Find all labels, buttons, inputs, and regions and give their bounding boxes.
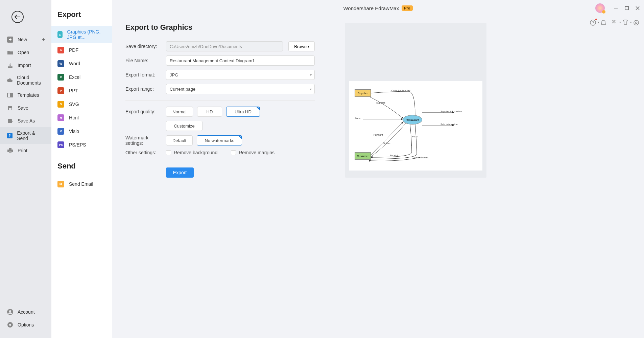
edge-label: Orders (383, 142, 390, 144)
nav-options[interactable]: Options (0, 318, 51, 331)
diagram-customer: Customer (355, 152, 371, 160)
nav-label: Options (18, 322, 34, 328)
quality-hd[interactable]: HD (197, 107, 222, 117)
format-svg[interactable]: S SVG (51, 97, 112, 111)
word-icon: W (57, 60, 64, 67)
format-word[interactable]: W Word (51, 57, 112, 70)
user-icon (7, 309, 14, 315)
settings-icon[interactable] (633, 20, 639, 26)
nav-new[interactable]: New + (0, 33, 51, 46)
svg-rect-7 (9, 151, 11, 153)
edge-label: Sale information (440, 123, 458, 126)
format-label: Visio (69, 129, 79, 134)
nav-import[interactable]: Import (0, 59, 51, 72)
tshirt-icon[interactable]: ▾ (622, 20, 628, 26)
format-label: PPT (69, 88, 78, 93)
edge-label: Order for Supplies (391, 89, 411, 92)
divider (125, 100, 315, 100)
quality-ultra[interactable]: Ultra HD (226, 107, 260, 117)
edge-label: Receipt (390, 154, 398, 157)
edge-label: Payment (374, 134, 383, 136)
svg-rect-3 (9, 108, 11, 110)
format-html[interactable]: H Html (51, 111, 112, 125)
format-send-email[interactable]: ✉ Send Email (51, 177, 112, 191)
nav-label: Templates (18, 92, 39, 98)
watermark-default[interactable]: Default (166, 135, 193, 145)
nav-save-as[interactable]: Save As (0, 114, 51, 127)
nav-label: Save (18, 105, 28, 111)
export-button[interactable]: Export (166, 167, 194, 178)
format-label: PDF (69, 47, 78, 53)
format-label: Excel (69, 74, 80, 80)
watermark-label: Watermark settings: (125, 135, 166, 146)
other-label: Other settings: (125, 150, 166, 155)
nav-cloud[interactable]: Cloud Documents (0, 72, 51, 89)
excel-icon: X (57, 74, 64, 81)
nav-label: Cloud Documents (17, 75, 45, 86)
add-icon[interactable]: + (42, 36, 45, 43)
format-excel[interactable]: X Excel (51, 70, 112, 84)
format-ppt[interactable]: P PPT (51, 84, 112, 97)
watermark-none[interactable]: No watermarks (197, 135, 242, 145)
bell-icon[interactable] (601, 20, 607, 26)
svg-text:?: ? (592, 21, 594, 25)
help-icon[interactable]: ?▾ (590, 20, 596, 26)
back-button[interactable] (11, 11, 24, 23)
export-section-title: Export (51, 7, 112, 26)
nav-account[interactable]: Account (0, 306, 51, 318)
checkbox-icon (166, 150, 171, 155)
avatar[interactable] (595, 3, 605, 13)
range-select[interactable]: Current page (166, 84, 315, 94)
close-icon[interactable] (635, 6, 640, 10)
nav-label: Open (18, 50, 29, 55)
svg-rect-12 (625, 6, 628, 10)
cloud-icon (7, 77, 13, 84)
keyboard-icon[interactable]: ⌘▾ (612, 20, 618, 26)
quality-customize[interactable]: Customize (166, 121, 202, 131)
format-select[interactable]: JPG (166, 70, 315, 80)
email-icon: ✉ (57, 181, 64, 187)
browse-button[interactable]: Browse (288, 41, 315, 51)
nav-print[interactable]: Print (0, 144, 51, 157)
format-pdf[interactable]: A PDF (51, 43, 112, 57)
format-graphics[interactable]: ▲ Graphics (PNG, JPG et... (51, 26, 112, 43)
pdf-icon: A (57, 47, 64, 53)
svg-point-11 (9, 324, 11, 326)
pro-badge: Pro (402, 5, 412, 11)
visio-icon: V (57, 128, 64, 135)
nav-save[interactable]: Save (0, 102, 51, 114)
format-visio[interactable]: V Visio (51, 125, 112, 138)
app-title: Wondershare EdrawMax (343, 5, 399, 11)
save-icon (7, 105, 14, 111)
edge-label: Menu (355, 117, 361, 119)
edge-label: Supplies information (440, 110, 462, 113)
quality-normal[interactable]: Normal (166, 107, 193, 117)
format-label: Export format: (125, 72, 166, 77)
format-ps[interactable]: Ps PS/EPS (51, 138, 112, 152)
edge-label: Food (412, 135, 418, 138)
range-label: Export range: (125, 86, 166, 92)
page-title: Export to Graphics (125, 23, 315, 32)
file-name-label: File Name: (125, 58, 166, 63)
save-dir-input[interactable] (166, 41, 283, 51)
gear-icon (7, 321, 14, 328)
maximize-icon[interactable] (624, 6, 629, 10)
nav-label: New (18, 37, 27, 42)
nav-label: Save As (18, 118, 35, 123)
ppt-icon: P (57, 87, 64, 94)
file-name-input[interactable] (166, 55, 315, 66)
ps-icon: Ps (57, 141, 64, 148)
nav-templates[interactable]: Templates (0, 89, 51, 102)
svg-rect-6 (9, 148, 11, 150)
templates-icon (7, 92, 14, 98)
html-icon: H (57, 114, 64, 121)
preview-panel: Supplier Restaurant Customer Order for S… (345, 23, 486, 178)
svg-icon: S (57, 101, 64, 108)
format-label: Html (69, 115, 79, 120)
remove-margins-checkbox[interactable]: Remove margins (231, 150, 275, 155)
minimize-icon[interactable] (614, 6, 618, 10)
nav-export-send[interactable]: Export & Send (0, 127, 51, 144)
svg-point-16 (634, 20, 639, 25)
nav-open[interactable]: Open (0, 46, 51, 59)
remove-bg-checkbox[interactable]: Remove background (166, 150, 217, 155)
